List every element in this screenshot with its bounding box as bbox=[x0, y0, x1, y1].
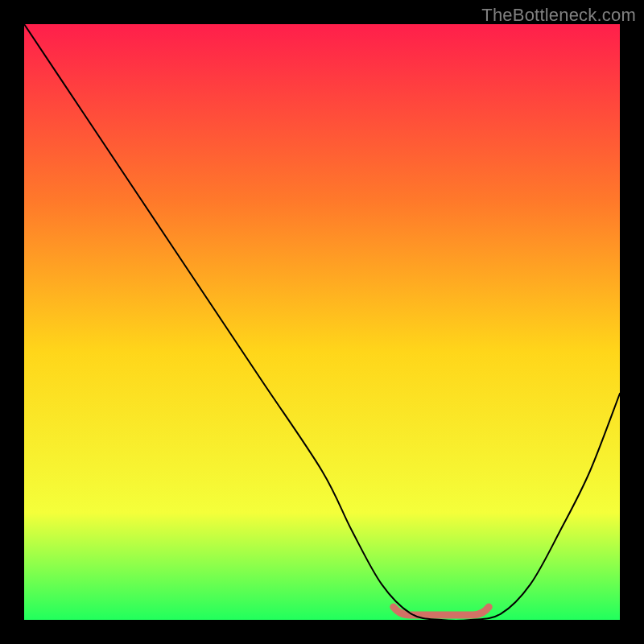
gradient-background bbox=[24, 24, 620, 620]
watermark-text: TheBottleneck.com bbox=[481, 5, 636, 26]
chart-stage: TheBottleneck.com bbox=[0, 0, 644, 644]
bottleneck-chart bbox=[24, 24, 620, 620]
plot-area bbox=[24, 24, 620, 620]
